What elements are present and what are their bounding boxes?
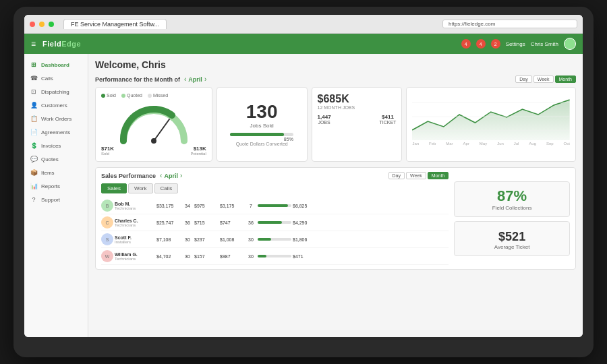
browser-tab[interactable]: FE Service Management Softw... [63, 19, 167, 29]
period-month-button[interactable]: Month [555, 75, 576, 83]
sales-stats: 87% Field Collections $521 Average Ticke… [454, 172, 570, 265]
sales-avatar: W [101, 250, 113, 262]
sales-sold: 36 [182, 220, 193, 225]
close-icon[interactable] [30, 22, 35, 27]
sales-amount: $7,108 [156, 237, 181, 242]
minimize-icon[interactable] [39, 22, 45, 27]
gauge-potential-text: Potential [190, 152, 206, 156]
legend-sold-label: Sold [107, 93, 116, 98]
prev-month-button[interactable]: ‹ [184, 75, 186, 83]
sidebar-item-invoices[interactable]: 💲 Invoices [24, 139, 88, 152]
sidebar-item-calls[interactable]: ☎ Calls [24, 71, 88, 85]
chart-card: Jan Feb Mar Apr May Jun Jul Aug Sep Oct [406, 87, 576, 162]
sales-next-month[interactable]: › [180, 172, 182, 179]
sales-sold: 30 [182, 254, 193, 259]
revenue-ticket-col: $411 TICKET [379, 114, 396, 125]
maximize-icon[interactable] [49, 22, 54, 27]
revenue-row: 1,447 JOBS $411 TICKET [318, 114, 397, 125]
sales-avatar: S [101, 233, 113, 245]
sales-section: Sales Performance ‹ April › Day Week Mon… [95, 167, 576, 270]
sidebar-item-quotes[interactable]: 💬 Quotes [24, 152, 88, 166]
avg-ticket-stat-card: $521 Average Ticket [454, 221, 570, 256]
sales-period-month[interactable]: Month [428, 172, 449, 179]
sales-table: B Bob M. Technicians $33,175 34 $975 $3,… [101, 198, 449, 265]
sales-prev-month[interactable]: ‹ [160, 172, 162, 179]
workorders-icon: 📋 [30, 115, 38, 122]
sales-period-week[interactable]: Week [406, 172, 426, 179]
period-week-button[interactable]: Week [533, 75, 554, 83]
avatar[interactable] [564, 38, 576, 50]
sales-bar-fill [258, 221, 282, 224]
sales-bar-bg [258, 204, 291, 207]
gauge-svg [117, 100, 191, 144]
items-icon: 📦 [30, 169, 38, 176]
brand-logo: FieldEdge [42, 40, 81, 48]
sidebar-item-dashboard[interactable]: ⊞ Dashboard [24, 58, 88, 71]
chart-month-jul: Jul [514, 142, 519, 146]
progress-pct: 85% [230, 137, 293, 142]
chart-labels: Jan Feb Mar Apr May Jun Jul Aug Sep Oct [412, 142, 570, 146]
nav-right: 4 4 2 Settings Chris Smith [461, 38, 576, 50]
tab-calls[interactable]: Calls [154, 183, 179, 193]
sales-linked: $1,806 [293, 237, 317, 242]
performance-cards: Sold Quoted Missed [95, 87, 576, 162]
sales-quoted: $3,175 [220, 204, 244, 208]
sidebar-label-customers: Customers [41, 102, 67, 109]
notification-badge-3[interactable]: 2 [491, 39, 500, 49]
tab-sales[interactable]: Sales [101, 183, 127, 193]
chart-area [412, 93, 570, 140]
sales-bar-fill [258, 255, 266, 257]
gauge-potential-amount: $13K [190, 146, 206, 152]
legend-missed: Missed [148, 93, 168, 98]
chart-month-aug: Aug [529, 142, 536, 146]
sidebar-label-support: Support [41, 197, 60, 203]
sales-name-col: Bob M. Technicians [115, 202, 155, 210]
support-icon: ? [30, 196, 38, 203]
gauge-sold-amount: $71K [101, 146, 114, 152]
sidebar-item-customers[interactable]: 👤 Customers [24, 98, 88, 112]
sidebar-item-dispatching[interactable]: ⊡ Dispatching [24, 85, 88, 98]
sales-avg-ticket: $975 [194, 204, 219, 208]
sales-bar-col [258, 221, 291, 224]
welcome-title: Welcome, Chris [95, 59, 576, 70]
table-row: C Charles C. Technicians $25,747 36 $715… [101, 214, 449, 231]
sidebar-label-invoices: Invoices [41, 143, 61, 149]
dispatching-icon: ⊡ [30, 88, 38, 95]
sidebar-item-items[interactable]: 📦 Items [24, 166, 88, 179]
progress-bar-bg [230, 133, 293, 136]
notification-badge-2[interactable]: 4 [476, 39, 486, 49]
top-nav: ≡ FieldEdge 4 4 2 Settings Chris Smith [24, 34, 583, 54]
browser-bar: FE Service Management Softw... https://f… [24, 15, 583, 34]
sidebar-item-agreements[interactable]: 📄 Agreements [24, 125, 88, 139]
legend-quoted: Quoted [121, 93, 142, 98]
notification-badge-1[interactable]: 4 [461, 39, 471, 49]
sales-avg-ticket: $157 [194, 254, 219, 259]
sidebar-item-workorders[interactable]: 📋 Work Orders [24, 112, 88, 125]
sales-name: Charles C. [115, 218, 155, 223]
sidebar-item-reports[interactable]: 📊 Reports [24, 179, 88, 193]
period-day-button[interactable]: Day [515, 75, 531, 83]
sales-quoted: $987 [220, 254, 244, 259]
sales-linked: $4,290 [293, 220, 317, 225]
sales-sold: 34 [182, 204, 193, 208]
performance-period-buttons: Day Week Month [515, 75, 576, 83]
sales-period-day[interactable]: Day [388, 172, 405, 179]
sidebar-label-items: Items [41, 170, 55, 176]
sales-name: William G. [115, 252, 155, 257]
chart-month-may: May [480, 142, 487, 146]
revenue-card: $685K 12 MONTH JOBS 1,447 JOBS $411 TICK… [312, 87, 403, 162]
next-month-button[interactable]: › [204, 75, 206, 83]
address-bar[interactable]: https://fieledge.com [442, 20, 577, 28]
sales-name-col: William G. Technicians [115, 252, 155, 261]
sidebar: ⊞ Dashboard ☎ Calls ⊡ Dispatching 👤 Cust… [24, 54, 88, 337]
revenue-ticket-val: $411 [379, 114, 396, 120]
sales-bar-bg [258, 221, 291, 224]
revenue-jobs-val: 1,447 [318, 114, 331, 120]
legend-sold: Sold [101, 93, 116, 98]
settings-link[interactable]: Settings [506, 41, 525, 47]
hamburger-icon[interactable]: ≡ [31, 39, 36, 49]
sales-section-title: Sales Performance [101, 173, 156, 179]
sidebar-item-support[interactable]: ? Support [24, 193, 88, 206]
sales-bar-col [258, 255, 291, 257]
tab-work[interactable]: Work [128, 183, 153, 193]
